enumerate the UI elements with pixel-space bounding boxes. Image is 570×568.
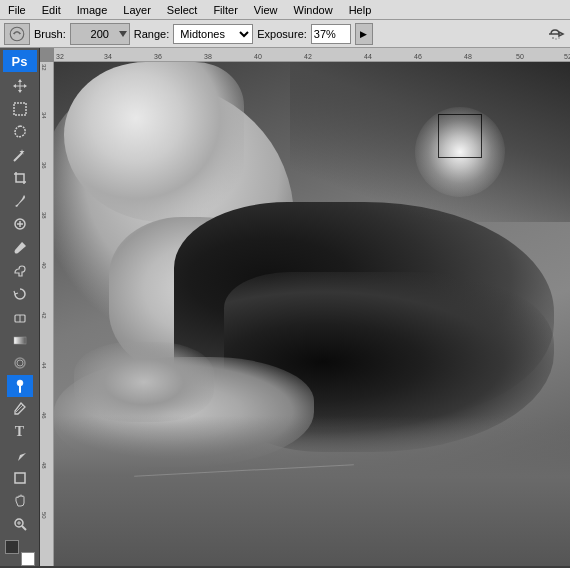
tool-preset-button[interactable] <box>4 23 30 45</box>
ruler-tick-42: 42 <box>304 53 312 60</box>
v-ruler-tick-44: 44 <box>41 362 47 369</box>
menu-image[interactable]: Image <box>69 2 116 18</box>
ruler-tick-44: 44 <box>364 53 372 60</box>
svg-line-21 <box>22 526 26 530</box>
tool-text[interactable]: T <box>7 421 33 443</box>
ruler-tick-52: 52 <box>564 53 570 60</box>
dodge-cursor <box>438 114 482 158</box>
menu-help[interactable]: Help <box>341 2 380 18</box>
svg-point-3 <box>555 38 557 40</box>
tool-brush[interactable] <box>7 237 33 259</box>
tool-healing[interactable] <box>7 213 33 235</box>
main-area: Ps <box>0 48 570 566</box>
tool-dodge[interactable] <box>7 375 33 397</box>
menu-window[interactable]: Window <box>286 2 341 18</box>
ruler-tick-50: 50 <box>516 53 524 60</box>
v-ruler-tick-40: 40 <box>41 262 47 269</box>
tool-path-select[interactable] <box>7 444 33 466</box>
range-label: Range: <box>134 28 169 40</box>
svg-rect-5 <box>14 103 26 115</box>
tool-gradient[interactable] <box>7 329 33 351</box>
tool-pen[interactable] <box>7 398 33 420</box>
menu-bar: File Edit Image Layer Select Filter View… <box>0 0 570 20</box>
brush-size-value: 200 <box>91 28 109 40</box>
foreground-color[interactable] <box>21 552 35 566</box>
ruler-tick-48: 48 <box>464 53 472 60</box>
tool-shape[interactable] <box>7 467 33 489</box>
exposure-input[interactable] <box>311 24 351 44</box>
menu-filter[interactable]: Filter <box>205 2 245 18</box>
ruler-tick-46: 46 <box>414 53 422 60</box>
v-ruler-tick-42: 42 <box>41 312 47 319</box>
exposure-adjust-button[interactable]: ▶ <box>355 23 373 45</box>
ruler-tick-40: 40 <box>254 53 262 60</box>
ruler-horizontal: 32 34 36 38 40 42 44 46 48 50 52 <box>54 48 570 62</box>
canvas-area[interactable]: 32 34 36 38 40 42 44 46 48 50 52 32 34 3… <box>40 48 570 566</box>
v-ruler-tick-50: 50 <box>41 512 47 519</box>
options-bar: Brush: 200 Range: Midtones Shadows Highl… <box>0 20 570 48</box>
brush-picker-button[interactable]: 200 <box>70 23 130 45</box>
tool-clone[interactable] <box>7 260 33 282</box>
range-dropdown[interactable]: Midtones Shadows Highlights <box>173 24 253 44</box>
tool-blur[interactable] <box>7 352 33 374</box>
v-ruler-tick-48: 48 <box>41 462 47 469</box>
airbrush-icon[interactable] <box>544 23 566 45</box>
v-ruler-tick-46: 46 <box>41 412 47 419</box>
svg-marker-1 <box>119 31 127 37</box>
tool-hand[interactable] <box>7 490 33 512</box>
svg-rect-19 <box>15 473 25 483</box>
menu-view[interactable]: View <box>246 2 286 18</box>
background-color[interactable] <box>5 540 19 554</box>
text-icon-label: T <box>15 424 24 440</box>
v-ruler-tick-34: 34 <box>41 112 47 119</box>
svg-point-4 <box>558 37 560 39</box>
tool-magic-wand[interactable] <box>7 144 33 166</box>
floor-area <box>54 416 570 566</box>
tool-history[interactable] <box>7 283 33 305</box>
svg-point-15 <box>17 360 23 366</box>
tool-move[interactable] <box>7 75 33 97</box>
figure-hand <box>74 342 214 422</box>
ruler-tick-36: 36 <box>154 53 162 60</box>
tool-lasso[interactable] <box>7 121 33 143</box>
ps-logo: Ps <box>3 50 37 72</box>
menu-file[interactable]: File <box>0 2 34 18</box>
toolbox: Ps <box>0 48 40 566</box>
menu-edit[interactable]: Edit <box>34 2 69 18</box>
menu-layer[interactable]: Layer <box>115 2 159 18</box>
v-ruler-tick-38: 38 <box>41 212 47 219</box>
tool-rect-marquee[interactable] <box>7 98 33 120</box>
svg-point-2 <box>552 37 554 39</box>
svg-point-0 <box>10 27 24 41</box>
exposure-label: Exposure: <box>257 28 307 40</box>
v-ruler-tick-32: 32 <box>41 64 47 71</box>
ruler-tick-38: 38 <box>204 53 212 60</box>
v-ruler-tick-36: 36 <box>41 162 47 169</box>
ruler-vertical: 32 34 36 38 40 42 44 46 48 50 <box>40 62 54 566</box>
tool-zoom[interactable] <box>7 513 33 535</box>
ruler-tick-34: 34 <box>104 53 112 60</box>
color-swatch-area <box>5 540 35 566</box>
tool-crop[interactable] <box>7 167 33 189</box>
brush-label: Brush: <box>34 28 66 40</box>
menu-select[interactable]: Select <box>159 2 206 18</box>
svg-rect-13 <box>14 337 26 344</box>
tool-eraser[interactable] <box>7 306 33 328</box>
canvas-image[interactable] <box>54 62 570 566</box>
ruler-tick-32: 32 <box>56 53 64 60</box>
tool-eyedropper[interactable] <box>7 190 33 212</box>
